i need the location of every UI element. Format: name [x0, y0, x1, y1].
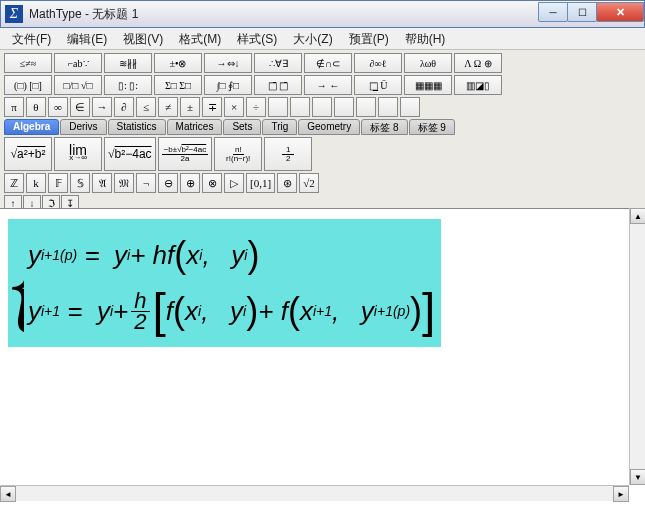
- toolbar-button[interactable]: ∫□ ∮□: [204, 75, 252, 95]
- menu-file[interactable]: 文件(F): [4, 28, 59, 49]
- toolbar-area: ≤≠≈⌐ab∵≋∦∦±•⊗→⇔↓∴∀∃∉∩⊂∂∞ℓλωθΛ Ω ⊕ (□) [□…: [0, 50, 645, 214]
- minimize-button[interactable]: ─: [538, 2, 568, 22]
- toolbar-button[interactable]: ≤≠≈: [4, 53, 52, 73]
- maximize-button[interactable]: ☐: [567, 2, 597, 22]
- formula-button[interactable]: n!r!(n−r)!: [214, 137, 262, 171]
- toolbar-button[interactable]: Λ Ω ⊕: [454, 53, 502, 73]
- app-icon: Σ: [5, 5, 23, 23]
- toolbar-button[interactable]: ≤: [136, 97, 156, 117]
- toolbar-button[interactable]: →⇔↓: [204, 53, 252, 73]
- toolbar-button[interactable]: □/□ √□: [54, 75, 102, 95]
- tab-标签 9[interactable]: 标签 9: [409, 119, 455, 135]
- toolbar-button[interactable]: ∓: [202, 97, 222, 117]
- toolbar-button[interactable]: π: [4, 97, 24, 117]
- formula-button[interactable]: 12: [264, 137, 312, 171]
- left-brace: {: [10, 223, 24, 343]
- toolbar-button[interactable]: [378, 97, 398, 117]
- tab-algebra[interactable]: Algebra: [4, 119, 59, 135]
- toolbar-button[interactable]: ⌐ab∵: [54, 53, 102, 73]
- scroll-down-button[interactable]: ▼: [630, 469, 645, 485]
- toolbar-button[interactable]: ▦▦▦: [404, 75, 452, 95]
- toolbar-button[interactable]: ▯: ▯:: [104, 75, 152, 95]
- document-area[interactable]: { yi+1(p) = yi + hf (xi , yi) yi+1 = yi …: [0, 208, 629, 485]
- menu-edit[interactable]: 编辑(E): [59, 28, 115, 49]
- toolbar-button[interactable]: [268, 97, 288, 117]
- toolbar-button[interactable]: √2: [299, 173, 319, 193]
- menu-size[interactable]: 大小(Z): [285, 28, 340, 49]
- toolbar-button[interactable]: k: [26, 173, 46, 193]
- toolbar-button[interactable]: Σ□ Σ□: [154, 75, 202, 95]
- toolbar-button[interactable]: ≠: [158, 97, 178, 117]
- toolbar-button[interactable]: [312, 97, 332, 117]
- scroll-up-button[interactable]: ▲: [630, 208, 645, 224]
- formula-button[interactable]: −b±√b²−4ac2a: [158, 137, 213, 171]
- tab-sets[interactable]: Sets: [223, 119, 261, 135]
- toolbar-button[interactable]: ▷: [224, 173, 244, 193]
- symbol-row-3: πθ∞∈→∂≤≠±∓×÷: [4, 97, 641, 117]
- toolbar-button[interactable]: ⊗: [202, 173, 222, 193]
- menu-view[interactable]: 视图(V): [115, 28, 171, 49]
- toolbar-button[interactable]: 𝔽: [48, 173, 68, 193]
- toolbar-button[interactable]: [334, 97, 354, 117]
- tab-geometry[interactable]: Geometry: [298, 119, 360, 135]
- toolbar-button[interactable]: □̲ Ū: [354, 75, 402, 95]
- toolbar-button[interactable]: 𝔄: [92, 173, 112, 193]
- menu-format[interactable]: 格式(M): [171, 28, 229, 49]
- equation-line-2[interactable]: yi+1 = yi + h2[ f (xi , yi) + f (xi+1 , …: [28, 285, 435, 337]
- menu-bar: 文件(F) 编辑(E) 视图(V) 格式(M) 样式(S) 大小(Z) 预置(P…: [0, 28, 645, 50]
- toolbar-button[interactable]: [290, 97, 310, 117]
- toolbar-button[interactable]: ±•⊗: [154, 53, 202, 73]
- toolbar-button[interactable]: (□) [□]: [4, 75, 52, 95]
- scroll-left-button[interactable]: ◄: [0, 486, 16, 502]
- formula-row-4: √a²+b²limx→∞√b²−4ac−b±√b²−4ac2an!r!(n−r)…: [4, 137, 641, 171]
- equation-selection[interactable]: { yi+1(p) = yi + hf (xi , yi) yi+1 = yi …: [8, 219, 441, 347]
- category-tabs: AlgebraDerivsStatisticsMatricesSetsTrigG…: [4, 119, 641, 135]
- toolbar-button[interactable]: 𝕊: [70, 173, 90, 193]
- symbol-row-1: ≤≠≈⌐ab∵≋∦∦±•⊗→⇔↓∴∀∃∉∩⊂∂∞ℓλωθΛ Ω ⊕: [4, 53, 641, 73]
- toolbar-button[interactable]: [356, 97, 376, 117]
- menu-help[interactable]: 帮助(H): [397, 28, 454, 49]
- toolbar-button[interactable]: 𝔐: [114, 173, 134, 193]
- tab-matrices[interactable]: Matrices: [167, 119, 223, 135]
- toolbar-button[interactable]: ×: [224, 97, 244, 117]
- template-row-2: (□) [□]□/□ √□▯: ▯:Σ□ Σ□∫□ ∮□□̄ □̄→ ←□̲ Ū…: [4, 75, 641, 95]
- toolbar-button[interactable]: ▥◪▯: [454, 75, 502, 95]
- toolbar-button[interactable]: ¬: [136, 173, 156, 193]
- tab-标签 8[interactable]: 标签 8: [361, 119, 407, 135]
- toolbar-button[interactable]: ±: [180, 97, 200, 117]
- formula-button[interactable]: √a²+b²: [4, 137, 52, 171]
- toolbar-button[interactable]: ÷: [246, 97, 266, 117]
- scroll-right-button[interactable]: ►: [613, 486, 629, 502]
- toolbar-button[interactable]: [400, 97, 420, 117]
- vertical-scrollbar[interactable]: ▲ ▼: [629, 208, 645, 485]
- formula-button[interactable]: limx→∞: [54, 137, 102, 171]
- toolbar-button[interactable]: λωθ: [404, 53, 452, 73]
- toolbar-button[interactable]: [0,1]: [246, 173, 275, 193]
- horizontal-scrollbar[interactable]: ◄ ►: [0, 485, 629, 501]
- toolbar-button[interactable]: →: [92, 97, 112, 117]
- menu-preview[interactable]: 预置(P): [341, 28, 397, 49]
- toolbar-button[interactable]: → ←: [304, 75, 352, 95]
- toolbar-button[interactable]: ⊛: [277, 173, 297, 193]
- toolbar-button[interactable]: ∂∞ℓ: [354, 53, 402, 73]
- close-button[interactable]: ✕: [596, 2, 644, 22]
- tab-trig[interactable]: Trig: [262, 119, 297, 135]
- toolbar-button[interactable]: ℤ: [4, 173, 24, 193]
- toolbar-button[interactable]: □̄ □̄: [254, 75, 302, 95]
- toolbar-button[interactable]: ⊖: [158, 173, 178, 193]
- toolbar-button[interactable]: ∈: [70, 97, 90, 117]
- menu-style[interactable]: 样式(S): [229, 28, 285, 49]
- toolbar-button[interactable]: ≋∦∦: [104, 53, 152, 73]
- toolbar-button[interactable]: ∉∩⊂: [304, 53, 352, 73]
- toolbar-button[interactable]: ⊕: [180, 173, 200, 193]
- toolbar-button[interactable]: θ: [26, 97, 46, 117]
- tab-derivs[interactable]: Derivs: [60, 119, 106, 135]
- formula-button[interactable]: √b²−4ac: [104, 137, 156, 171]
- window-title: MathType - 无标题 1: [29, 6, 539, 23]
- symbol-row-5: ℤk𝔽𝕊𝔄𝔐¬⊖⊕⊗▷[0,1]⊛√2: [4, 173, 641, 193]
- toolbar-button[interactable]: ∴∀∃: [254, 53, 302, 73]
- tab-statistics[interactable]: Statistics: [108, 119, 166, 135]
- toolbar-button[interactable]: ∂: [114, 97, 134, 117]
- toolbar-button[interactable]: ∞: [48, 97, 68, 117]
- equation-line-1[interactable]: yi+1(p) = yi + hf (xi , yi): [28, 229, 435, 281]
